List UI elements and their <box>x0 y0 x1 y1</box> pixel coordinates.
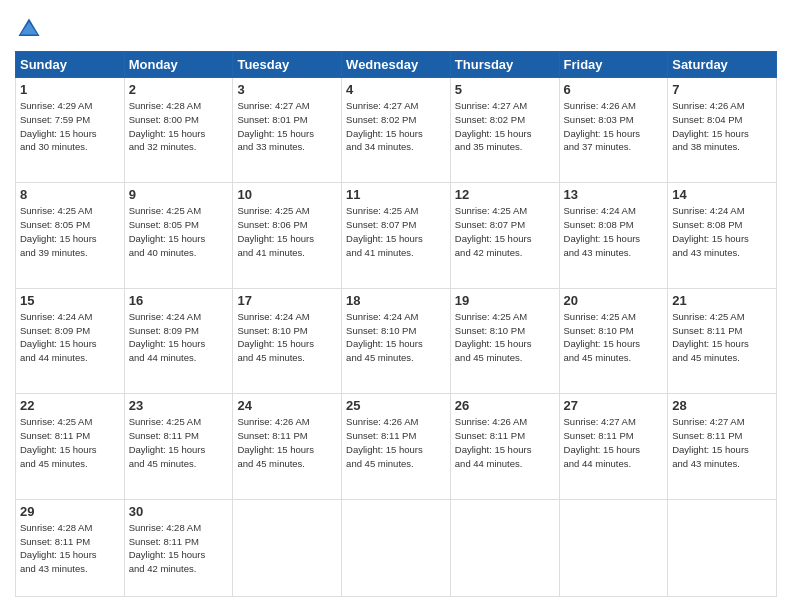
day-number: 10 <box>237 187 337 202</box>
logo-icon <box>15 15 43 43</box>
day-number: 14 <box>672 187 772 202</box>
calendar-day-cell <box>450 499 559 596</box>
calendar-week-row: 15 Sunrise: 4:24 AMSunset: 8:09 PMDaylig… <box>16 288 777 393</box>
day-info: Sunrise: 4:28 AMSunset: 8:11 PMDaylight:… <box>129 521 229 576</box>
calendar-day-cell: 18 Sunrise: 4:24 AMSunset: 8:10 PMDaylig… <box>342 288 451 393</box>
day-number: 7 <box>672 82 772 97</box>
calendar-day-cell: 30 Sunrise: 4:28 AMSunset: 8:11 PMDaylig… <box>124 499 233 596</box>
calendar-day-cell: 11 Sunrise: 4:25 AMSunset: 8:07 PMDaylig… <box>342 183 451 288</box>
day-number: 24 <box>237 398 337 413</box>
day-number: 13 <box>564 187 664 202</box>
calendar-day-cell: 6 Sunrise: 4:26 AMSunset: 8:03 PMDayligh… <box>559 78 668 183</box>
col-header-tuesday: Tuesday <box>233 52 342 78</box>
day-info: Sunrise: 4:25 AMSunset: 8:10 PMDaylight:… <box>564 310 664 365</box>
day-info: Sunrise: 4:27 AMSunset: 8:01 PMDaylight:… <box>237 99 337 154</box>
day-info: Sunrise: 4:27 AMSunset: 8:02 PMDaylight:… <box>455 99 555 154</box>
day-info: Sunrise: 4:25 AMSunset: 8:05 PMDaylight:… <box>129 204 229 259</box>
calendar-day-cell <box>342 499 451 596</box>
day-info: Sunrise: 4:26 AMSunset: 8:04 PMDaylight:… <box>672 99 772 154</box>
calendar-day-cell: 24 Sunrise: 4:26 AMSunset: 8:11 PMDaylig… <box>233 394 342 499</box>
calendar-day-cell: 26 Sunrise: 4:26 AMSunset: 8:11 PMDaylig… <box>450 394 559 499</box>
day-number: 19 <box>455 293 555 308</box>
col-header-friday: Friday <box>559 52 668 78</box>
day-number: 8 <box>20 187 120 202</box>
day-info: Sunrise: 4:24 AMSunset: 8:09 PMDaylight:… <box>129 310 229 365</box>
day-number: 11 <box>346 187 446 202</box>
day-number: 9 <box>129 187 229 202</box>
calendar-day-cell: 7 Sunrise: 4:26 AMSunset: 8:04 PMDayligh… <box>668 78 777 183</box>
calendar-day-cell <box>559 499 668 596</box>
page: SundayMondayTuesdayWednesdayThursdayFrid… <box>0 0 792 612</box>
calendar-day-cell: 20 Sunrise: 4:25 AMSunset: 8:10 PMDaylig… <box>559 288 668 393</box>
calendar-day-cell: 28 Sunrise: 4:27 AMSunset: 8:11 PMDaylig… <box>668 394 777 499</box>
calendar-day-cell: 19 Sunrise: 4:25 AMSunset: 8:10 PMDaylig… <box>450 288 559 393</box>
day-number: 28 <box>672 398 772 413</box>
day-number: 5 <box>455 82 555 97</box>
calendar-week-row: 1 Sunrise: 4:29 AMSunset: 7:59 PMDayligh… <box>16 78 777 183</box>
day-number: 20 <box>564 293 664 308</box>
day-number: 26 <box>455 398 555 413</box>
day-info: Sunrise: 4:24 AMSunset: 8:09 PMDaylight:… <box>20 310 120 365</box>
day-number: 15 <box>20 293 120 308</box>
day-number: 29 <box>20 504 120 519</box>
day-info: Sunrise: 4:29 AMSunset: 7:59 PMDaylight:… <box>20 99 120 154</box>
day-info: Sunrise: 4:25 AMSunset: 8:06 PMDaylight:… <box>237 204 337 259</box>
col-header-wednesday: Wednesday <box>342 52 451 78</box>
calendar-day-cell: 13 Sunrise: 4:24 AMSunset: 8:08 PMDaylig… <box>559 183 668 288</box>
day-number: 1 <box>20 82 120 97</box>
calendar-day-cell: 4 Sunrise: 4:27 AMSunset: 8:02 PMDayligh… <box>342 78 451 183</box>
day-info: Sunrise: 4:25 AMSunset: 8:11 PMDaylight:… <box>672 310 772 365</box>
day-number: 23 <box>129 398 229 413</box>
header <box>15 15 777 43</box>
calendar-day-cell <box>233 499 342 596</box>
calendar-day-cell: 29 Sunrise: 4:28 AMSunset: 8:11 PMDaylig… <box>16 499 125 596</box>
calendar-day-cell: 22 Sunrise: 4:25 AMSunset: 8:11 PMDaylig… <box>16 394 125 499</box>
day-info: Sunrise: 4:27 AMSunset: 8:02 PMDaylight:… <box>346 99 446 154</box>
calendar-day-cell: 10 Sunrise: 4:25 AMSunset: 8:06 PMDaylig… <box>233 183 342 288</box>
day-info: Sunrise: 4:25 AMSunset: 8:07 PMDaylight:… <box>346 204 446 259</box>
calendar-table: SundayMondayTuesdayWednesdayThursdayFrid… <box>15 51 777 597</box>
day-info: Sunrise: 4:26 AMSunset: 8:11 PMDaylight:… <box>455 415 555 470</box>
calendar-day-cell: 8 Sunrise: 4:25 AMSunset: 8:05 PMDayligh… <box>16 183 125 288</box>
day-info: Sunrise: 4:24 AMSunset: 8:08 PMDaylight:… <box>672 204 772 259</box>
day-number: 17 <box>237 293 337 308</box>
day-info: Sunrise: 4:25 AMSunset: 8:07 PMDaylight:… <box>455 204 555 259</box>
calendar-day-cell: 17 Sunrise: 4:24 AMSunset: 8:10 PMDaylig… <box>233 288 342 393</box>
calendar-day-cell: 23 Sunrise: 4:25 AMSunset: 8:11 PMDaylig… <box>124 394 233 499</box>
calendar-day-cell: 3 Sunrise: 4:27 AMSunset: 8:01 PMDayligh… <box>233 78 342 183</box>
day-info: Sunrise: 4:25 AMSunset: 8:11 PMDaylight:… <box>129 415 229 470</box>
day-number: 16 <box>129 293 229 308</box>
day-info: Sunrise: 4:24 AMSunset: 8:08 PMDaylight:… <box>564 204 664 259</box>
calendar-day-cell: 1 Sunrise: 4:29 AMSunset: 7:59 PMDayligh… <box>16 78 125 183</box>
logo <box>15 15 47 43</box>
day-info: Sunrise: 4:26 AMSunset: 8:11 PMDaylight:… <box>237 415 337 470</box>
day-number: 3 <box>237 82 337 97</box>
calendar-day-cell: 27 Sunrise: 4:27 AMSunset: 8:11 PMDaylig… <box>559 394 668 499</box>
day-info: Sunrise: 4:27 AMSunset: 8:11 PMDaylight:… <box>672 415 772 470</box>
day-info: Sunrise: 4:25 AMSunset: 8:11 PMDaylight:… <box>20 415 120 470</box>
calendar-week-row: 29 Sunrise: 4:28 AMSunset: 8:11 PMDaylig… <box>16 499 777 596</box>
day-info: Sunrise: 4:26 AMSunset: 8:11 PMDaylight:… <box>346 415 446 470</box>
day-number: 25 <box>346 398 446 413</box>
calendar-day-cell: 21 Sunrise: 4:25 AMSunset: 8:11 PMDaylig… <box>668 288 777 393</box>
calendar-header-row: SundayMondayTuesdayWednesdayThursdayFrid… <box>16 52 777 78</box>
day-info: Sunrise: 4:25 AMSunset: 8:05 PMDaylight:… <box>20 204 120 259</box>
day-number: 6 <box>564 82 664 97</box>
day-info: Sunrise: 4:26 AMSunset: 8:03 PMDaylight:… <box>564 99 664 154</box>
day-info: Sunrise: 4:24 AMSunset: 8:10 PMDaylight:… <box>237 310 337 365</box>
calendar-day-cell: 12 Sunrise: 4:25 AMSunset: 8:07 PMDaylig… <box>450 183 559 288</box>
calendar-day-cell: 14 Sunrise: 4:24 AMSunset: 8:08 PMDaylig… <box>668 183 777 288</box>
col-header-thursday: Thursday <box>450 52 559 78</box>
calendar-day-cell <box>668 499 777 596</box>
day-info: Sunrise: 4:28 AMSunset: 8:11 PMDaylight:… <box>20 521 120 576</box>
calendar-week-row: 22 Sunrise: 4:25 AMSunset: 8:11 PMDaylig… <box>16 394 777 499</box>
day-number: 30 <box>129 504 229 519</box>
day-number: 18 <box>346 293 446 308</box>
calendar-day-cell: 25 Sunrise: 4:26 AMSunset: 8:11 PMDaylig… <box>342 394 451 499</box>
col-header-saturday: Saturday <box>668 52 777 78</box>
calendar-day-cell: 15 Sunrise: 4:24 AMSunset: 8:09 PMDaylig… <box>16 288 125 393</box>
day-info: Sunrise: 4:27 AMSunset: 8:11 PMDaylight:… <box>564 415 664 470</box>
day-number: 12 <box>455 187 555 202</box>
day-info: Sunrise: 4:28 AMSunset: 8:00 PMDaylight:… <box>129 99 229 154</box>
col-header-sunday: Sunday <box>16 52 125 78</box>
